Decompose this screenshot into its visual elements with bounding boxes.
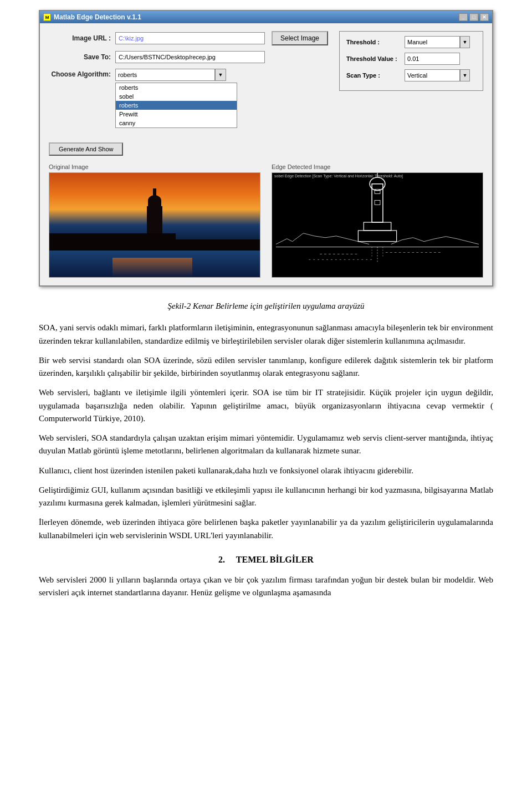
threshold-value-label: Threshold Value : [346,55,405,62]
save-to-row: Save To: [49,51,328,63]
save-to-input[interactable] [115,51,265,63]
matlab-window: M Matlab Edge Detection v.1.1 _ □ ✕ Imag… [39,10,493,287]
scan-type-input[interactable] [405,69,460,81]
threshold-value-row: Threshold Value : [346,53,476,65]
algo-dropdown-button[interactable]: ▼ [215,69,226,81]
distant-buildings [49,233,176,240]
select-image-button[interactable]: Select Image [272,31,328,45]
algo-option-roberts1[interactable]: roberts [116,83,237,92]
generate-show-button[interactable]: Generate And Show [49,142,123,156]
image-url-row: Image URL : Select Image [49,31,328,45]
left-column: Image URL : Select Image Save To: Choose… [49,31,328,134]
algo-option-prewitt[interactable]: Prewitt [116,110,237,119]
image-url-input[interactable] [115,32,265,44]
images-section: Original Image [49,164,483,278]
original-image-label: Original Image [49,164,260,170]
svg-rect-6 [358,231,396,242]
paragraph-1: SOA, yani servis odaklı mimari, farklı p… [39,321,493,348]
scan-type-label: Scan Type : [346,72,405,79]
algo-dropdown-row: ▼ [115,69,237,81]
edge-image-box: sobel Edge Detection [Scan Type: Vertica… [272,172,483,278]
paragraph-2: Bir web servisi standardı olan SOA üzeri… [39,354,493,380]
minimize-button[interactable]: _ [459,13,468,21]
sun-reflection [112,258,192,277]
shoreline [49,239,260,251]
maximize-button[interactable]: □ [469,13,478,21]
matlab-top-section: Image URL : Select Image Save To: Choose… [49,31,483,134]
generate-row: Generate And Show [49,137,483,161]
algo-dropdown-container: ▼ roberts sobel roberts Prewitt canny [115,69,237,128]
scan-type-dropdown-button[interactable]: ▼ [460,69,470,81]
edge-image-display: sobel Edge Detection [Scan Type: Vertica… [272,173,483,277]
algo-row: Choose Algorithm: ▼ roberts sobel robert… [49,69,328,128]
svg-rect-4 [375,200,380,205]
edge-svg-art [272,173,483,277]
article: Şekil-2 Kenar Belirleme için geliştirile… [39,300,493,599]
threshold-value-input[interactable] [405,53,460,65]
original-image-box [49,172,260,278]
algo-label: Choose Algorithm: [49,69,115,78]
algo-option-sobel[interactable]: sobel [116,92,237,101]
edge-image-panel: Edge Detected Image sobel Edge Detection… [272,164,483,278]
paragraph-8: Web servisleri 2000 li yılların başların… [39,574,493,600]
scan-type-row: Scan Type : ▼ [346,69,476,81]
figure-caption: Şekil-2 Kenar Belirleme için geliştirile… [39,300,493,313]
matlab-body: Image URL : Select Image Save To: Choose… [40,23,492,285]
algo-option-canny[interactable]: canny [116,119,237,127]
section-2-heading: 2. TEMEL BİLGİLER [39,553,493,567]
algo-selected-input[interactable] [115,69,215,81]
original-image-panel: Original Image [49,164,260,278]
threshold-input[interactable] [405,36,460,48]
edge-image-label: Edge Detected Image [272,164,483,170]
threshold-dropdown-button[interactable]: ▼ [460,36,470,48]
svg-rect-5 [364,222,391,231]
original-image-display [49,173,260,277]
scan-type-select-wrap: ▼ [405,69,470,81]
tower-dome [148,195,161,206]
paragraph-3: Web servisleri, bağlantı ve iletişimle i… [39,386,493,425]
close-button[interactable]: ✕ [480,13,489,21]
threshold-panel: Threshold : ▼ Threshold Value : Scan Typ… [339,31,483,91]
tower-spire [153,188,156,196]
image-url-label: Image URL : [49,34,115,42]
paragraph-4: Web servisleri, SOA standardıyla çalışan… [39,432,493,458]
titlebar-buttons: _ □ ✕ [459,13,489,21]
window-title: Matlab Edge Detection v.1.1 [54,13,141,21]
threshold-row: Threshold : ▼ [346,36,476,48]
paragraph-5: Kullanıcı, client host üzerinden istenil… [39,464,493,477]
app-icon: M [43,13,51,21]
titlebar-left: M Matlab Edge Detection v.1.1 [43,13,141,21]
algo-list: roberts sobel roberts Prewitt canny [115,83,237,128]
algo-option-roberts2[interactable]: roberts [116,101,237,110]
titlebar: M Matlab Edge Detection v.1.1 _ □ ✕ [40,11,492,23]
threshold-select-wrap: ▼ [405,36,470,48]
right-column: Threshold : ▼ Threshold Value : Scan Typ… [328,31,483,91]
threshold-label: Threshold : [346,39,405,45]
paragraph-7: İlerleyen dönemde, web üzerinden ihtiyac… [39,516,493,542]
paragraph-6: Geliştirdiğimiz GUI, kullanım açısından … [39,484,493,510]
edge-image-caption: sobel Edge Detection [Scan Type: Vertica… [274,174,403,178]
save-to-label: Save To: [49,53,115,61]
